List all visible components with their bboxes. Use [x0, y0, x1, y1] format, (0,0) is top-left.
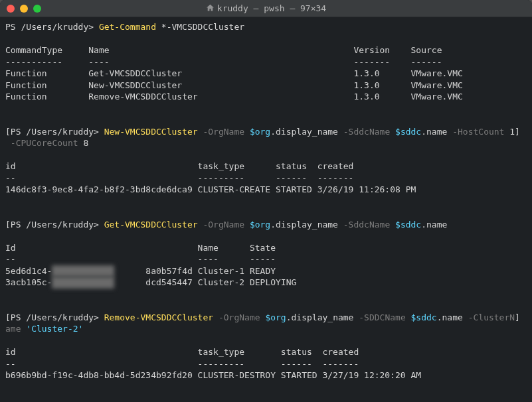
- var-member: .name: [421, 220, 447, 230]
- row-version: 1.3.0: [353, 92, 379, 101]
- prompt: PS /Users/kruddy>: [11, 220, 99, 230]
- col-dash: --: [5, 254, 16, 264]
- prompt: PS /Users/kruddy>: [11, 127, 99, 137]
- col-dash: ------: [276, 173, 307, 183]
- col-header: Name: [88, 45, 109, 55]
- row-source: VMware.VMC: [411, 68, 463, 78]
- var-member: .display_name: [270, 220, 338, 230]
- param: -HostCount: [452, 127, 504, 137]
- col-dash: ------: [411, 57, 442, 67]
- command-name: Get-Command: [99, 22, 156, 32]
- prompt: PS /Users/kruddy>: [11, 312, 99, 322]
- param: -SddcName: [343, 127, 390, 137]
- col-dash: ---------: [198, 173, 244, 183]
- row-name: Get-VMCSDDCCluster: [88, 68, 182, 78]
- var: $sddc: [395, 127, 421, 137]
- col-header: Id: [5, 243, 16, 253]
- var: $org: [250, 127, 270, 137]
- traffic-lights: [7, 5, 41, 13]
- close-icon[interactable]: [7, 5, 15, 13]
- col-dash: -------: [317, 173, 354, 183]
- row-type: Function: [5, 68, 47, 78]
- col-header: CommandType: [5, 45, 62, 55]
- terminal-window: kruddy — pwsh — 97×34 PS /Users/kruddy> …: [0, 0, 532, 402]
- home-icon: [206, 3, 215, 14]
- param: -OrgName: [203, 127, 244, 137]
- row-id-b: dcd545447: [145, 277, 192, 287]
- row-name: New-VMCSDDCCluster: [88, 80, 182, 90]
- col-header: status: [276, 161, 307, 171]
- row-created: 3/27/19 12:20:20 AM: [322, 370, 421, 380]
- col-dash: -----------: [5, 57, 62, 67]
- maximize-icon[interactable]: [33, 5, 41, 13]
- row-status: STARTED: [281, 370, 317, 380]
- param: -OrgName: [219, 312, 260, 322]
- row-type: Function: [5, 80, 47, 90]
- row-state: READY: [250, 266, 276, 276]
- col-header: id: [5, 161, 16, 171]
- var-member: .name: [421, 127, 447, 137]
- col-header: Source: [411, 45, 442, 55]
- col-header: status: [281, 347, 312, 357]
- command-name: Get-VMCSDDCCluster: [104, 220, 198, 230]
- minimize-icon[interactable]: [20, 5, 28, 13]
- col-header: State: [250, 243, 276, 253]
- num-arg: 1: [509, 127, 515, 137]
- row-name: Cluster-2: [198, 277, 244, 287]
- window-title-text: kruddy — pwsh — 97×34: [217, 3, 326, 13]
- row-id: 3acb105c-: [5, 277, 52, 287]
- command-name: Remove-VMCSDDCCluster: [104, 312, 213, 322]
- param: -SDDCName: [359, 312, 405, 322]
- row-type: Function: [5, 92, 47, 101]
- param: ame: [5, 324, 21, 334]
- var-member: .name: [437, 312, 463, 322]
- row-id: b696b9bd-f19c-4db8-bb4d-5d234b92fd20: [5, 370, 193, 380]
- col-header: created: [317, 161, 354, 171]
- row-task: CLUSTER-DESTROY: [198, 370, 276, 380]
- redacted-text: xxxxxxxxxxxx: [52, 277, 114, 289]
- num-arg: 8: [83, 138, 88, 148]
- col-dash: --: [5, 173, 16, 183]
- col-dash: -------: [322, 359, 359, 369]
- var: $org: [265, 312, 286, 322]
- command-name: New-VMCSDDCCluster: [104, 127, 198, 137]
- col-header: task_type: [198, 161, 244, 171]
- row-source: VMware.VMC: [411, 80, 463, 90]
- col-dash: ------: [281, 359, 312, 369]
- col-dash: ---------: [198, 359, 244, 369]
- row-state: DEPLOYING: [250, 277, 296, 287]
- col-dash: -----: [250, 254, 276, 264]
- col-dash: ----: [198, 254, 219, 264]
- col-dash: --: [5, 359, 16, 369]
- col-header: Name: [198, 243, 219, 253]
- redacted-text: xxxxxxxxxxxx: [52, 265, 114, 277]
- row-version: 1.3.0: [353, 80, 379, 90]
- prompt: PS /Users/kruddy>: [5, 22, 94, 32]
- var: $sddc: [411, 312, 437, 322]
- var: $org: [250, 220, 270, 230]
- param: -OrgName: [203, 220, 244, 230]
- row-name: Remove-VMCSDDCCluster: [88, 92, 197, 101]
- row-id-b: 8a0b57f4d: [145, 266, 192, 276]
- param: -SddcName: [343, 220, 390, 230]
- col-dash: ----: [88, 57, 109, 67]
- row-task: CLUSTER-CREATE: [198, 184, 271, 194]
- col-header: created: [322, 347, 359, 357]
- var-member: .display_name: [286, 312, 354, 322]
- param: -CPUCoreCount: [11, 138, 78, 148]
- col-header: id: [5, 347, 16, 357]
- terminal-body[interactable]: PS /Users/kruddy> Get-Command *-VMCSDDCC…: [0, 17, 532, 402]
- col-header: task_type: [198, 347, 244, 357]
- row-id: 5ed6d1c4-: [5, 266, 52, 276]
- row-source: VMware.VMC: [411, 92, 463, 101]
- var-member: .display_name: [270, 127, 338, 137]
- row-name: Cluster-1: [198, 266, 244, 276]
- row-version: 1.3.0: [353, 68, 379, 78]
- col-dash: -------: [353, 57, 390, 67]
- string-arg: 'Cluster-2': [26, 324, 83, 334]
- row-created: 3/26/19 11:26:08 PM: [317, 184, 416, 194]
- command-args: *-VMCSDDCCluster: [161, 22, 244, 32]
- param: -ClusterN: [468, 312, 515, 322]
- row-status: STARTED: [276, 184, 312, 194]
- row-id: 146dc8f3-9ec8-4fa2-b8f2-3bd8cde6dca9: [5, 184, 193, 194]
